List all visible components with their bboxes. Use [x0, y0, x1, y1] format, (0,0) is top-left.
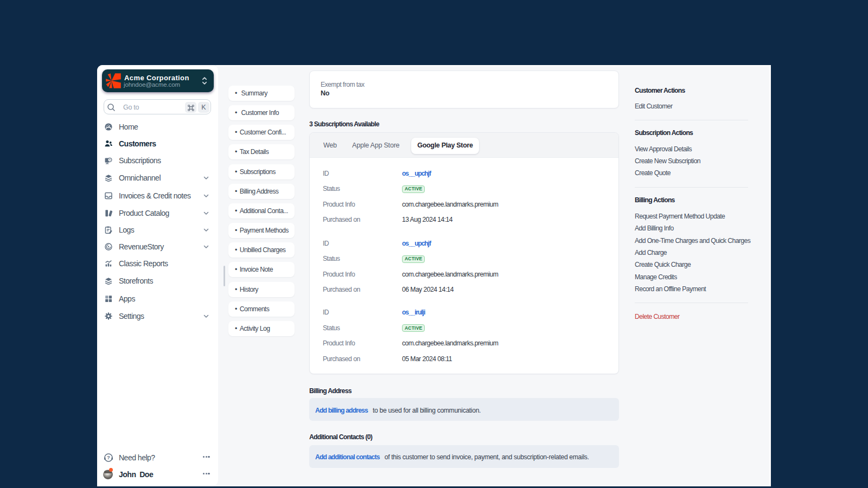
svg-text:?: ?: [107, 454, 110, 460]
